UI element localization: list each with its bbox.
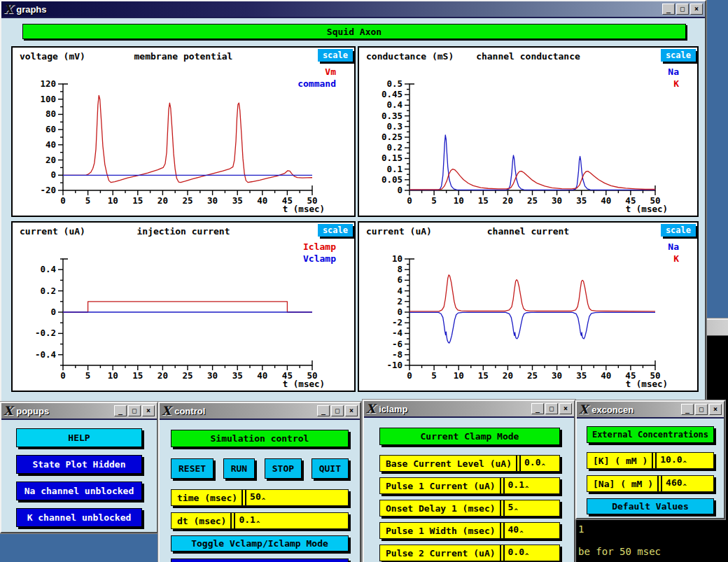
svg-text:-2: -2 <box>392 317 402 328</box>
svg-text:0.1: 0.1 <box>386 164 402 174</box>
graph-title: channel conductance <box>359 51 697 62</box>
legend-item: command <box>298 78 336 90</box>
svg-text:15: 15 <box>478 370 489 381</box>
field-label: time (msec) <box>177 493 237 503</box>
graph-panel-channel-conductance: conductance (mS) channel conductance sca… <box>358 46 699 217</box>
close-button[interactable]: × <box>690 3 703 15</box>
field-value[interactable]: 0.1 <box>508 479 559 492</box>
field-value[interactable]: 460 <box>666 477 713 490</box>
close-button[interactable]: × <box>345 405 358 416</box>
svg-text:t (msec): t (msec) <box>626 204 668 214</box>
control-titlebar[interactable]: X control _ □ × <box>160 403 360 419</box>
maximize-button[interactable]: □ <box>331 405 344 416</box>
minimize-button[interactable]: _ <box>662 3 675 15</box>
scale-button[interactable]: scale <box>318 49 353 62</box>
exconcen-window: X exconcen _ □ × External Concentrations… <box>575 400 725 519</box>
default-values-button[interactable]: Default Values <box>587 498 714 514</box>
svg-text:20: 20 <box>503 370 513 381</box>
state-plot-toggle-button[interactable]: State Plot Hidden <box>16 455 142 474</box>
close-button[interactable]: × <box>559 403 572 414</box>
field-value[interactable]: 50 <box>250 491 348 504</box>
maximize-button[interactable]: □ <box>545 403 558 414</box>
pulse1-width-field[interactable]: Pulse 1 Width (msec) 40 <box>379 522 560 539</box>
svg-text:5: 5 <box>431 370 437 381</box>
close-button[interactable]: × <box>142 405 155 416</box>
svg-text:35: 35 <box>232 195 243 206</box>
x11-logo-icon: X <box>162 405 171 417</box>
field-value[interactable]: 0.1 <box>239 514 348 527</box>
minimize-button[interactable]: _ <box>681 404 694 415</box>
svg-text:0: 0 <box>60 195 66 206</box>
na-channel-block-button[interactable]: Na channel unblocked <box>16 482 142 500</box>
svg-text:30: 30 <box>207 195 218 206</box>
svg-text:-0.2: -0.2 <box>35 328 56 338</box>
svg-text:80: 80 <box>46 108 56 119</box>
k-channel-block-button[interactable]: K channel unblocked <box>16 508 142 527</box>
reset-button[interactable]: RESET <box>171 458 214 479</box>
graphs-content: Squid Axon voltage (mV) membrane potenti… <box>1 17 705 404</box>
scale-button[interactable]: scale <box>661 224 696 237</box>
close-button[interactable]: × <box>709 404 722 415</box>
popups-titlebar[interactable]: X popups _ □ × <box>1 403 157 419</box>
current-clamp-mode-banner: Current Clamp Mode <box>379 428 560 445</box>
svg-text:15: 15 <box>132 195 143 206</box>
maximize-button[interactable]: □ <box>676 3 689 15</box>
field-value[interactable]: 40 <box>508 524 559 537</box>
minimize-button[interactable]: _ <box>531 403 544 414</box>
legend-item: K <box>668 253 679 265</box>
simulation-control-banner: Simulation control <box>171 430 349 447</box>
external-concentrations-banner: External Concentrations <box>587 426 714 443</box>
minimize-button[interactable]: _ <box>317 405 330 416</box>
pulse2-current-field[interactable]: Pulse 2 Current (uA) 0.0 <box>379 545 560 561</box>
k-concentration-field[interactable]: [K] ( mM ) 10.0 <box>587 452 714 469</box>
quit-button[interactable]: QUIT <box>312 458 349 479</box>
svg-text:0: 0 <box>60 370 66 381</box>
squid-axon-banner: Squid Axon <box>22 24 686 39</box>
toggle-clamp-mode-button[interactable]: Toggle Vclamp/Iclamp Mode <box>171 535 349 552</box>
field-value[interactable]: 5 <box>508 502 559 514</box>
time-field[interactable]: time (msec) 50 <box>171 489 349 506</box>
exconcen-titlebar[interactable]: X exconcen _ □ × <box>577 402 724 417</box>
minimize-button[interactable]: _ <box>114 405 127 416</box>
legend-item: Iclamp <box>303 241 336 253</box>
graphs-titlebar[interactable]: X graphs _ □ × <box>1 1 705 17</box>
scale-button[interactable]: scale <box>318 224 353 237</box>
onset-delay1-field[interactable]: Onset Delay 1 (msec) 5 <box>379 500 560 517</box>
svg-text:0: 0 <box>407 195 412 206</box>
pulse1-current-field[interactable]: Pulse 1 Current (uA) 0.1 <box>379 477 560 494</box>
help-button[interactable]: HELP <box>16 428 142 447</box>
run-button[interactable]: RUN <box>223 458 255 479</box>
field-divider <box>500 500 505 516</box>
graph-title: injection current <box>13 226 354 237</box>
svg-text:0.4: 0.4 <box>386 99 402 110</box>
na-concentration-field[interactable]: [Na] ( mM ) 460 <box>587 475 714 492</box>
window-title: popups <box>16 406 111 416</box>
window-title: graphs <box>16 4 659 15</box>
svg-text:25: 25 <box>527 195 538 206</box>
popups-content: HELP State Plot Hidden Na channel unbloc… <box>1 419 157 532</box>
legend-item: K <box>668 78 679 90</box>
base-current-field[interactable]: Base Current Level (uA) 0.0 <box>379 455 560 472</box>
graph-panel-injection-current: current (uA) injection current scale 051… <box>11 221 356 392</box>
scale-button[interactable]: scale <box>661 49 696 62</box>
svg-text:30: 30 <box>552 370 562 381</box>
svg-text:30: 30 <box>552 195 562 206</box>
svg-text:4: 4 <box>397 286 402 296</box>
dt-field[interactable]: dt (msec) 0.1 <box>171 512 349 529</box>
stop-button[interactable]: STOP <box>265 458 302 479</box>
svg-text:40: 40 <box>46 139 56 150</box>
maximize-button[interactable]: □ <box>128 405 141 416</box>
field-value[interactable]: 0.0 <box>524 457 559 470</box>
svg-text:0: 0 <box>397 185 402 195</box>
iclamp-titlebar[interactable]: X iclamp _ □ × <box>364 401 574 416</box>
field-value[interactable]: 0.0 <box>508 547 559 559</box>
svg-text:40: 40 <box>257 370 267 381</box>
field-value[interactable]: 10.0 <box>660 454 713 467</box>
graphs-window: X graphs _ □ × Squid Axon voltage (mV) m… <box>0 0 706 405</box>
overlay-toggle-button[interactable]: Overlay OFF <box>171 559 349 562</box>
field-divider <box>500 523 505 538</box>
field-divider <box>500 478 505 493</box>
maximize-button[interactable]: □ <box>695 404 708 415</box>
svg-text:t (msec): t (msec) <box>283 379 325 389</box>
svg-text:0.3: 0.3 <box>386 121 402 132</box>
